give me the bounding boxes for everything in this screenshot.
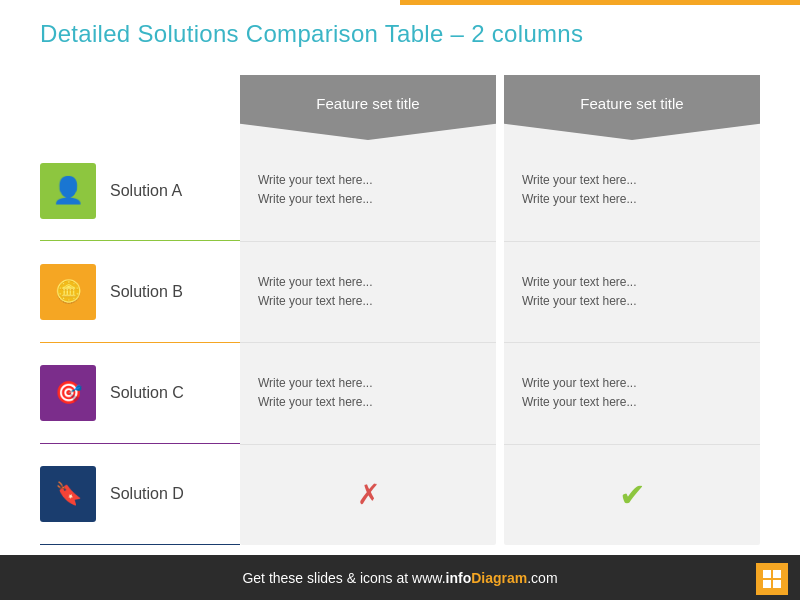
feature-col-1: Feature set title Write your text here..…	[240, 75, 496, 545]
footer: Get these slides & icons at www. info Di…	[0, 555, 800, 600]
feature-row-1-2: Write your text here... Write your text …	[240, 343, 496, 445]
solution-label-a: Solution A	[110, 182, 182, 200]
feature-rows-1: Write your text here... Write your text …	[240, 140, 496, 545]
feature-line2-2-0: Write your text here...	[522, 190, 637, 209]
feature-line1-1-2: Write your text here...	[258, 374, 373, 393]
solution-icon-b: 🪙	[40, 264, 96, 320]
check-icon: ✔	[522, 476, 742, 514]
feature-row-1-0: Write your text here... Write your text …	[240, 140, 496, 242]
divider-d	[40, 544, 240, 545]
solution-row-inner-d: 🔖 Solution D	[40, 466, 240, 522]
check-symbol: ✔	[619, 477, 646, 513]
solution-label-b: Solution B	[110, 283, 183, 301]
feature-line2-1-2: Write your text here...	[258, 393, 373, 412]
solution-row-inner-b: 🪙 Solution B	[40, 264, 240, 320]
feature-text-1-2: Write your text here... Write your text …	[258, 374, 373, 412]
feature-col-2-title: Feature set title	[580, 95, 683, 112]
solution-label-d: Solution D	[110, 485, 184, 503]
feature-row-1-3: ✗	[240, 445, 496, 546]
page-title: Detailed Solutions Comparison Table – 2 …	[40, 20, 583, 48]
feature-line1-2-0: Write your text here...	[522, 171, 637, 190]
svg-rect-1	[773, 570, 781, 578]
feature-line2-2-1: Write your text here...	[522, 292, 637, 311]
solution-label-c: Solution C	[110, 384, 184, 402]
cross-icon: ✗	[258, 478, 478, 511]
feature-row-2-3: ✔	[504, 445, 760, 546]
solution-row-c: 🎯 Solution C	[40, 343, 240, 444]
feature-line2-1-0: Write your text here...	[258, 190, 373, 209]
footer-brand-accent: Diagram	[471, 570, 527, 586]
feature-row-2-0: Write your text here... Write your text …	[504, 140, 760, 242]
svg-rect-3	[773, 580, 781, 588]
solution-row-inner-c: 🎯 Solution C	[40, 365, 240, 421]
feature-line1-2-1: Write your text here...	[522, 273, 637, 292]
feature-text-2-1: Write your text here... Write your text …	[522, 273, 637, 311]
solution-icon-d: 🔖	[40, 466, 96, 522]
footer-logo-icon	[762, 569, 782, 589]
content-area: 👤 Solution A 🪙 Solution B 🎯 Solution C	[40, 75, 760, 545]
solution-icon-a: 👤	[40, 163, 96, 219]
feature-col-2: Feature set title Write your text here..…	[504, 75, 760, 545]
feature-line2-1-1: Write your text here...	[258, 292, 373, 311]
feature-text-2-0: Write your text here... Write your text …	[522, 171, 637, 209]
feature-text-1-1: Write your text here... Write your text …	[258, 273, 373, 311]
solution-row-b: 🪙 Solution B	[40, 241, 240, 342]
feature-row-2-2: Write your text here... Write your text …	[504, 343, 760, 445]
footer-text-after: .com	[527, 570, 557, 586]
svg-rect-0	[763, 570, 771, 578]
feature-line1-1-0: Write your text here...	[258, 171, 373, 190]
footer-logo-box	[756, 563, 788, 595]
top-accent-bar	[400, 0, 800, 5]
solution-icon-c: 🎯	[40, 365, 96, 421]
feature-col-1-title: Feature set title	[316, 95, 419, 112]
feature-text-2-2: Write your text here... Write your text …	[522, 374, 637, 412]
solution-row-a: 👤 Solution A	[40, 140, 240, 241]
feature-row-1-1: Write your text here... Write your text …	[240, 242, 496, 344]
footer-brand: info	[446, 570, 472, 586]
feature-rows-2: Write your text here... Write your text …	[504, 140, 760, 545]
feature-col-1-header: Feature set title	[240, 75, 496, 140]
solution-row-inner-a: 👤 Solution A	[40, 163, 240, 219]
cross-symbol: ✗	[357, 479, 380, 510]
solutions-column: 👤 Solution A 🪙 Solution B 🎯 Solution C	[40, 75, 240, 545]
feature-text-1-0: Write your text here... Write your text …	[258, 171, 373, 209]
solution-row-d: 🔖 Solution D	[40, 444, 240, 545]
feature-line2-2-2: Write your text here...	[522, 393, 637, 412]
feature-col-2-header: Feature set title	[504, 75, 760, 140]
footer-text-before: Get these slides & icons at www.	[242, 570, 445, 586]
svg-rect-2	[763, 580, 771, 588]
feature-row-2-1: Write your text here... Write your text …	[504, 242, 760, 344]
feature-line1-1-1: Write your text here...	[258, 273, 373, 292]
header-spacer	[40, 75, 240, 140]
feature-line1-2-2: Write your text here...	[522, 374, 637, 393]
feature-columns: Feature set title Write your text here..…	[240, 75, 760, 545]
